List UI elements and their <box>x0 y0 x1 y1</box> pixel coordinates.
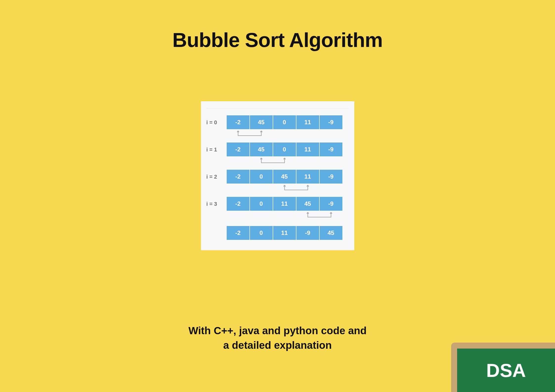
chalkboard-badge: DSA <box>451 343 555 392</box>
array-cell: 0 <box>250 197 273 211</box>
array-cell: 11 <box>296 143 319 156</box>
array-row: -2 0 45 11 -9 <box>227 170 349 184</box>
array-cell: 11 <box>296 170 319 184</box>
diagram-inner: i = 0 -2 45 0 11 -9 i = 1 -2 45 <box>206 108 349 240</box>
step-body: -2 45 0 11 -9 <box>227 115 349 140</box>
array-cell: 11 <box>273 197 296 211</box>
page-title: Bubble Sort Algorithm <box>0 28 555 52</box>
step-row: i = 3 -2 0 11 45 -9 <box>206 197 349 221</box>
array-cell: 45 <box>296 197 319 211</box>
array-row: -2 45 0 11 -9 <box>227 143 349 156</box>
array-cell: 45 <box>273 170 296 184</box>
array-cell: 0 <box>250 226 273 240</box>
array-cell: -9 <box>296 226 319 240</box>
subtitle-line1: With C++, java and python code and <box>188 325 367 336</box>
step-body: -2 0 11 -9 45 <box>227 226 349 240</box>
step-label <box>206 226 227 230</box>
array-cell: 11 <box>296 115 319 129</box>
array-cell: -2 <box>227 226 249 240</box>
step-body: -2 0 11 45 -9 <box>227 197 349 221</box>
array-cell: 11 <box>273 226 296 240</box>
array-row: -2 0 11 -9 45 <box>227 226 349 240</box>
swap-arrow-icon <box>227 158 349 167</box>
board-surface: DSA <box>457 349 555 392</box>
step-row: i = 2 -2 0 45 11 -9 <box>206 170 349 194</box>
badge-text: DSA <box>486 360 526 381</box>
array-cell: 45 <box>320 226 342 240</box>
array-row: -2 0 11 45 -9 <box>227 197 349 211</box>
step-row: i = 0 -2 45 0 11 -9 <box>206 115 349 140</box>
step-row: i = 1 -2 45 0 11 -9 <box>206 143 349 167</box>
array-cell: -9 <box>320 170 342 184</box>
swap-arrow-icon <box>227 212 349 221</box>
array-cell: 45 <box>250 115 273 129</box>
array-cell: -2 <box>227 115 249 129</box>
array-cell: 0 <box>250 170 273 184</box>
array-cell: 0 <box>273 143 296 156</box>
subtitle-line2: a detailed explanation <box>223 339 332 351</box>
swap-arrow-icon <box>227 185 349 194</box>
array-cell: -2 <box>227 143 249 156</box>
array-cell: -9 <box>320 115 342 129</box>
array-cell: 0 <box>273 115 296 129</box>
step-label: i = 2 <box>206 170 227 180</box>
step-row-final: -2 0 11 -9 45 <box>206 226 349 240</box>
swap-arrow-icon <box>227 131 349 140</box>
step-body: -2 45 0 11 -9 <box>227 143 349 167</box>
array-cell: 45 <box>250 143 273 156</box>
step-label: i = 0 <box>206 115 227 126</box>
array-cell: -2 <box>227 197 249 211</box>
array-row: -2 45 0 11 -9 <box>227 115 349 129</box>
array-cell: -9 <box>320 197 342 211</box>
array-cell: -2 <box>227 170 249 184</box>
array-cell: -9 <box>320 143 342 156</box>
step-label: i = 3 <box>206 197 227 207</box>
step-body: -2 0 45 11 -9 <box>227 170 349 194</box>
sort-diagram: i = 0 -2 45 0 11 -9 i = 1 -2 45 <box>201 101 354 250</box>
step-label: i = 1 <box>206 143 227 153</box>
